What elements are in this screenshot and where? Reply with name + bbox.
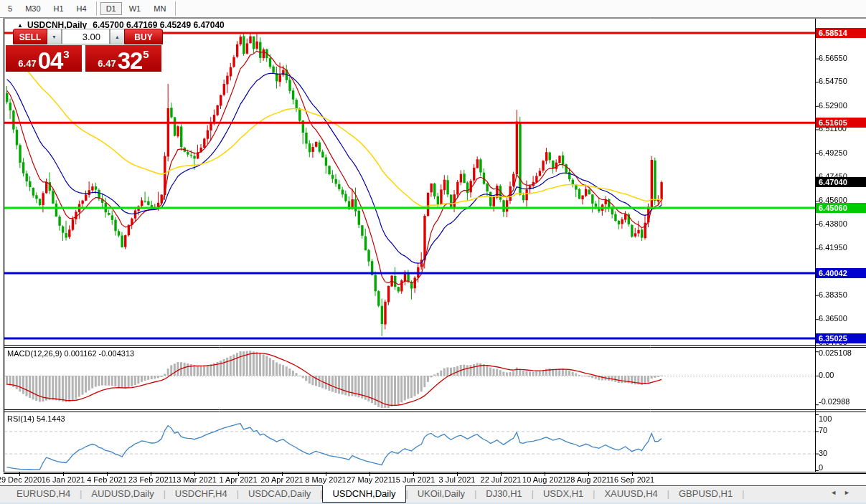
date-axis-label[interactable]: 20 Apr 2021 (260, 475, 303, 484)
timeframe-button-d1[interactable]: D1 (100, 2, 122, 15)
date-axis-label[interactable]: 16 Jan 2021 (42, 475, 85, 484)
volume-input[interactable]: 3.00 (62, 29, 110, 44)
timeframe-button-mn[interactable]: MN (148, 2, 171, 15)
rsi-axis-tick[interactable]: 100 (819, 414, 832, 423)
chart-tab-ukoil[interactable]: UKOil,Daily (408, 486, 474, 503)
price-level-badge[interactable]: 6.47040 (816, 177, 866, 187)
price-axis-tick[interactable]: 6.41950 (819, 243, 847, 252)
volume-decrease-button[interactable]: ▼ (47, 29, 62, 44)
date-axis-label[interactable]: 8 May 2021 (305, 475, 346, 484)
timeframe-button-w1[interactable]: W1 (123, 2, 147, 15)
chart-tab-audusd[interactable]: AUDUSD,Daily (82, 486, 163, 503)
date-axis-label[interactable]: 10 Aug 2021 (522, 475, 567, 484)
buy-button[interactable]: BUY (124, 29, 163, 44)
toolbar-separator (96, 1, 97, 16)
buy-price-big: 32 (118, 50, 143, 72)
price-axis-tick[interactable]: 6.49250 (819, 148, 847, 157)
one-click-trading-panel: SELL ▼ 3.00 ▲ BUY 6.47043 6.47325 (6, 29, 164, 72)
rsi-axis-tick[interactable]: 70 (819, 426, 827, 434)
tab-scroll-left-icon[interactable]: ◄ (830, 489, 844, 496)
price-axis-tick[interactable]: 6.36500 (819, 314, 847, 323)
timeframe-toolbar: 5M30H1H4D1W1MN (0, 0, 866, 18)
chart-tabs-bar: EURUSD,H4|AUDUSD,Daily|USDCHF,H4|USDCAD,… (0, 485, 866, 503)
macd-axis-tick[interactable]: -0.02988 (819, 397, 849, 406)
price-level-badge[interactable]: 6.35025 (816, 333, 866, 343)
date-axis-label[interactable]: 1 Apr 2021 (219, 475, 257, 484)
date-axis-label[interactable]: 27 May 2021 (347, 475, 392, 484)
date-axis-label[interactable]: 4 Feb 2021 (87, 475, 127, 484)
buy-price-display[interactable]: 6.47325 (85, 45, 161, 72)
date-axis-label[interactable]: 13 Mar 2021 (172, 475, 217, 484)
timeframe-button-h4[interactable]: H4 (71, 2, 93, 15)
timeframe-button-5[interactable]: 5 (2, 2, 18, 15)
date-axis-label[interactable]: 28 Aug 2021 (566, 475, 611, 484)
sell-button[interactable]: SELL (13, 29, 47, 44)
date-axis-label[interactable]: 22 Jul 2021 (481, 475, 522, 484)
chart-tab-usdcad[interactable]: USDCAD,Daily (239, 486, 320, 503)
tab-separator: | (742, 486, 744, 503)
price-axis-tick[interactable]: 6.38350 (819, 290, 847, 299)
date-axis-label[interactable]: 23 Feb 2021 (128, 475, 173, 484)
chart-tab-usdx[interactable]: USDX,H1 (534, 486, 593, 503)
chart-tab-usdcnh[interactable]: USDCNH,Daily (322, 485, 405, 503)
price-axis-tick[interactable]: 6.43800 (819, 219, 847, 228)
price-level-badge[interactable]: 6.51605 (816, 118, 866, 128)
collapse-triangle-icon[interactable]: ▲ (17, 22, 23, 29)
tab-scroll-arrows[interactable]: ◄► (830, 489, 857, 496)
price-axis-tick[interactable]: 6.56550 (819, 54, 847, 62)
price-axis-tick[interactable]: 6.54750 (819, 77, 847, 85)
chart-tab-gbpusd[interactable]: GBPUSD,H1 (669, 486, 742, 503)
buy-price-prefix: 6.47 (98, 58, 116, 69)
toolbar-separator (175, 1, 176, 16)
tab-scroll-right-icon[interactable]: ► (844, 489, 857, 496)
chart-tab-dj30[interactable]: DJ30,H1 (476, 486, 532, 503)
price-level-badge[interactable]: 6.45060 (816, 203, 866, 213)
chart-tab-usdchf[interactable]: USDCHF,H4 (166, 486, 237, 503)
macd-axis-tick[interactable]: 0.025108 (819, 348, 852, 357)
date-axis-label[interactable]: 16 Sep 2021 (610, 475, 654, 484)
chart-tab-eurusd[interactable]: EURUSD,H4 (7, 486, 80, 503)
sell-price-sup: 3 (63, 48, 69, 60)
price-chart-canvas[interactable] (0, 0, 866, 504)
price-level-badge[interactable]: 6.40042 (816, 268, 866, 278)
date-axis-label[interactable]: 29 Dec 2020 (0, 475, 42, 484)
macd-axis-tick[interactable]: 0.00 (819, 371, 834, 379)
buy-price-sup: 5 (143, 48, 149, 60)
sell-price-prefix: 6.47 (18, 58, 36, 69)
volume-increase-button[interactable]: ▲ (110, 29, 124, 44)
rsi-axis-tick[interactable]: 0 (819, 463, 823, 472)
trading-platform-window: 5M30H1H4D1W1MN ▲USDCNH,Daily6.45700 6.47… (0, 0, 866, 504)
price-axis-tick[interactable]: 6.52900 (819, 101, 847, 110)
rsi-axis-tick[interactable]: 30 (819, 449, 827, 457)
timeframe-button-h1[interactable]: H1 (48, 2, 70, 15)
date-axis-label[interactable]: 15 Jun 2021 (392, 475, 436, 484)
sell-price-display[interactable]: 6.47043 (6, 45, 82, 72)
spin-up-icon: ▲ (115, 34, 120, 39)
macd-indicator-label: MACD(12,26,9) 0.001162 -0.004313 (7, 349, 134, 358)
sell-price-big: 04 (38, 50, 63, 72)
date-axis-label[interactable]: 3 Jul 2021 (439, 475, 476, 484)
timeframe-button-m30[interactable]: M30 (19, 2, 46, 15)
price-level-badge[interactable]: 6.58514 (816, 28, 866, 38)
rsi-indicator-label: RSI(14) 54.1443 (7, 414, 65, 423)
chart-tab-xauusd[interactable]: XAUUSD,H4 (595, 486, 667, 503)
spin-down-icon: ▼ (52, 34, 57, 39)
